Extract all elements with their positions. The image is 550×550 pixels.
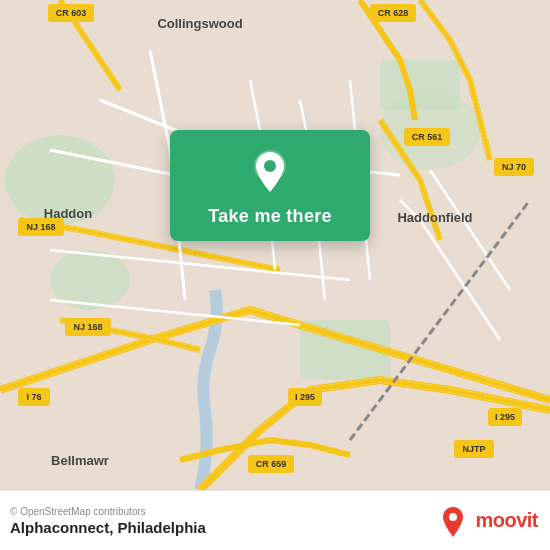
attribution-text: © OpenStreetMap contributors [10,506,206,517]
svg-text:CR 659: CR 659 [256,459,287,469]
svg-text:CR 603: CR 603 [56,8,87,18]
moovit-logo: moovit [437,505,538,537]
bottom-left-section: © OpenStreetMap contributors Alphaconnec… [10,506,206,536]
moovit-brand-label: moovit [475,509,538,532]
svg-text:CR 628: CR 628 [378,8,409,18]
svg-text:NJ 70: NJ 70 [502,162,526,172]
svg-point-33 [264,160,276,172]
action-card: Take me there [170,130,370,241]
svg-text:NJ 168: NJ 168 [73,322,102,332]
location-label: Alphaconnect, Philadelphia [10,519,206,536]
svg-text:I 295: I 295 [495,412,515,422]
svg-text:Bellmawr: Bellmawr [51,453,109,468]
svg-text:Haddonfield: Haddonfield [397,210,472,225]
svg-text:I 295: I 295 [295,392,315,402]
svg-text:NJTP: NJTP [462,444,485,454]
location-pin-icon [246,148,294,196]
svg-point-34 [449,513,457,521]
svg-text:I 76: I 76 [26,392,41,402]
moovit-icon [437,505,469,537]
svg-text:Haddon: Haddon [44,206,92,221]
svg-text:NJ 168: NJ 168 [26,222,55,232]
take-me-there-button[interactable]: Take me there [208,206,332,227]
svg-text:CR 561: CR 561 [412,132,443,142]
svg-text:Collingswood: Collingswood [157,16,242,31]
map-container: CR 603 NJ 168 NJ 168 I 76 I 295 I 295 NJ… [0,0,550,490]
bottom-bar: © OpenStreetMap contributors Alphaconnec… [0,490,550,550]
map-svg: CR 603 NJ 168 NJ 168 I 76 I 295 I 295 NJ… [0,0,550,490]
